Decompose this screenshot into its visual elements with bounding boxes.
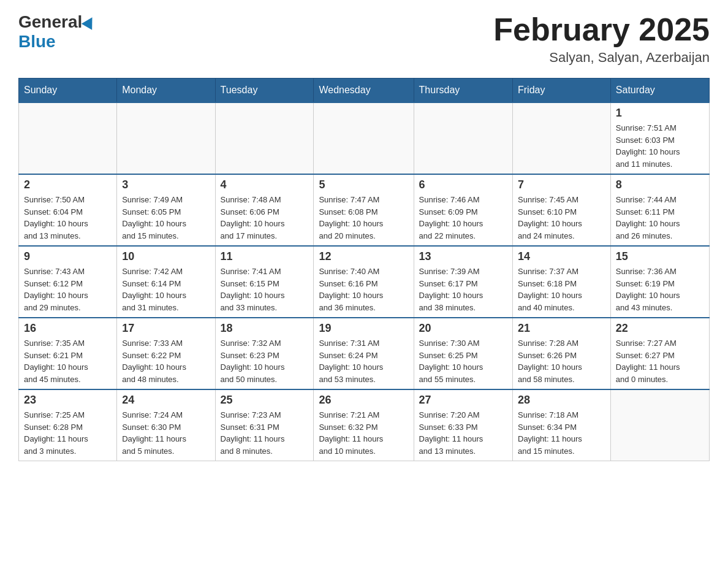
calendar-cell <box>314 102 414 174</box>
calendar-week-row: 1Sunrise: 7:51 AMSunset: 6:03 PMDaylight… <box>19 102 710 174</box>
day-number: 27 <box>419 394 507 407</box>
day-number: 4 <box>221 178 309 191</box>
calendar-cell: 5Sunrise: 7:47 AMSunset: 6:08 PMDaylight… <box>314 174 414 246</box>
calendar-cell <box>513 102 611 174</box>
day-number: 9 <box>24 250 112 263</box>
calendar-cell: 16Sunrise: 7:35 AMSunset: 6:21 PMDayligh… <box>19 318 117 389</box>
day-number: 5 <box>319 178 408 191</box>
weekday-header-sunday: Sunday <box>19 79 117 103</box>
calendar-cell <box>215 102 314 174</box>
calendar-cell <box>117 102 215 174</box>
day-info: Sunrise: 7:45 AMSunset: 6:10 PMDaylight:… <box>518 194 605 242</box>
calendar-table: SundayMondayTuesdayWednesdayThursdayFrid… <box>18 78 710 461</box>
calendar-cell: 4Sunrise: 7:48 AMSunset: 6:06 PMDaylight… <box>215 174 314 246</box>
calendar-cell: 11Sunrise: 7:41 AMSunset: 6:15 PMDayligh… <box>215 246 314 318</box>
calendar-cell: 27Sunrise: 7:20 AMSunset: 6:33 PMDayligh… <box>414 389 512 461</box>
calendar-cell: 26Sunrise: 7:21 AMSunset: 6:32 PMDayligh… <box>314 389 414 461</box>
day-number: 6 <box>419 178 507 191</box>
calendar-cell: 17Sunrise: 7:33 AMSunset: 6:22 PMDayligh… <box>117 318 215 389</box>
day-number: 7 <box>518 178 605 191</box>
day-info: Sunrise: 7:33 AMSunset: 6:22 PMDaylight:… <box>122 337 210 385</box>
calendar-cell: 19Sunrise: 7:31 AMSunset: 6:24 PMDayligh… <box>314 318 414 389</box>
calendar-cell: 18Sunrise: 7:32 AMSunset: 6:23 PMDayligh… <box>215 318 314 389</box>
calendar-cell: 6Sunrise: 7:46 AMSunset: 6:09 PMDaylight… <box>414 174 512 246</box>
day-info: Sunrise: 7:27 AMSunset: 6:27 PMDaylight:… <box>616 337 704 385</box>
calendar-cell: 25Sunrise: 7:23 AMSunset: 6:31 PMDayligh… <box>215 389 314 461</box>
day-info: Sunrise: 7:21 AMSunset: 6:32 PMDaylight:… <box>319 409 408 457</box>
day-info: Sunrise: 7:47 AMSunset: 6:08 PMDaylight:… <box>319 194 408 242</box>
weekday-header-monday: Monday <box>117 79 215 103</box>
day-info: Sunrise: 7:28 AMSunset: 6:26 PMDaylight:… <box>518 337 605 385</box>
day-number: 18 <box>221 322 309 335</box>
calendar-cell: 1Sunrise: 7:51 AMSunset: 6:03 PMDaylight… <box>610 102 709 174</box>
calendar-week-row: 23Sunrise: 7:25 AMSunset: 6:28 PMDayligh… <box>19 389 710 461</box>
calendar-week-row: 16Sunrise: 7:35 AMSunset: 6:21 PMDayligh… <box>19 318 710 389</box>
calendar-cell: 24Sunrise: 7:24 AMSunset: 6:30 PMDayligh… <box>117 389 215 461</box>
weekday-header-friday: Friday <box>513 79 611 103</box>
logo-blue-text: Blue <box>18 32 56 51</box>
day-info: Sunrise: 7:40 AMSunset: 6:16 PMDaylight:… <box>319 266 408 313</box>
day-number: 11 <box>221 250 309 263</box>
day-number: 1 <box>616 107 704 120</box>
day-info: Sunrise: 7:31 AMSunset: 6:24 PMDaylight:… <box>319 337 408 385</box>
day-info: Sunrise: 7:48 AMSunset: 6:06 PMDaylight:… <box>221 194 309 242</box>
day-number: 22 <box>616 322 704 335</box>
weekday-header-wednesday: Wednesday <box>314 79 414 103</box>
page-header: General Blue February 2025 Salyan, Salya… <box>18 12 710 66</box>
day-info: Sunrise: 7:49 AMSunset: 6:05 PMDaylight:… <box>122 194 210 242</box>
calendar-cell: 14Sunrise: 7:37 AMSunset: 6:18 PMDayligh… <box>513 246 611 318</box>
day-info: Sunrise: 7:32 AMSunset: 6:23 PMDaylight:… <box>221 337 309 385</box>
day-info: Sunrise: 7:20 AMSunset: 6:33 PMDaylight:… <box>419 409 507 457</box>
day-info: Sunrise: 7:44 AMSunset: 6:11 PMDaylight:… <box>616 194 704 242</box>
weekday-header-row: SundayMondayTuesdayWednesdayThursdayFrid… <box>19 79 710 103</box>
day-info: Sunrise: 7:50 AMSunset: 6:04 PMDaylight:… <box>24 194 112 242</box>
location-text: Salyan, Salyan, Azerbaijan <box>493 50 710 66</box>
day-number: 2 <box>24 178 112 191</box>
calendar-week-row: 9Sunrise: 7:43 AMSunset: 6:12 PMDaylight… <box>19 246 710 318</box>
day-info: Sunrise: 7:25 AMSunset: 6:28 PMDaylight:… <box>24 409 112 457</box>
day-info: Sunrise: 7:41 AMSunset: 6:15 PMDaylight:… <box>221 266 309 313</box>
day-number: 19 <box>319 322 408 335</box>
weekday-header-thursday: Thursday <box>414 79 512 103</box>
logo-triangle-icon <box>82 14 97 30</box>
weekday-header-tuesday: Tuesday <box>215 79 314 103</box>
calendar-cell <box>610 389 709 461</box>
calendar-cell <box>19 102 117 174</box>
day-number: 12 <box>319 250 408 263</box>
calendar-cell: 10Sunrise: 7:42 AMSunset: 6:14 PMDayligh… <box>117 246 215 318</box>
calendar-week-row: 2Sunrise: 7:50 AMSunset: 6:04 PMDaylight… <box>19 174 710 246</box>
day-number: 3 <box>122 178 210 191</box>
calendar-cell: 15Sunrise: 7:36 AMSunset: 6:19 PMDayligh… <box>610 246 709 318</box>
day-number: 20 <box>419 322 507 335</box>
day-number: 25 <box>221 394 309 407</box>
calendar-cell: 22Sunrise: 7:27 AMSunset: 6:27 PMDayligh… <box>610 318 709 389</box>
day-number: 13 <box>419 250 507 263</box>
day-info: Sunrise: 7:35 AMSunset: 6:21 PMDaylight:… <box>24 337 112 385</box>
day-number: 24 <box>122 394 210 407</box>
title-section: February 2025 Salyan, Salyan, Azerbaijan <box>493 12 710 66</box>
logo-general-text: General <box>18 12 82 32</box>
day-info: Sunrise: 7:24 AMSunset: 6:30 PMDaylight:… <box>122 409 210 457</box>
calendar-cell: 13Sunrise: 7:39 AMSunset: 6:17 PMDayligh… <box>414 246 512 318</box>
day-number: 10 <box>122 250 210 263</box>
calendar-cell <box>414 102 512 174</box>
calendar-cell: 9Sunrise: 7:43 AMSunset: 6:12 PMDaylight… <box>19 246 117 318</box>
day-info: Sunrise: 7:43 AMSunset: 6:12 PMDaylight:… <box>24 266 112 313</box>
calendar-cell: 8Sunrise: 7:44 AMSunset: 6:11 PMDaylight… <box>610 174 709 246</box>
calendar-cell: 23Sunrise: 7:25 AMSunset: 6:28 PMDayligh… <box>19 389 117 461</box>
logo: General Blue <box>18 12 97 52</box>
calendar-cell: 21Sunrise: 7:28 AMSunset: 6:26 PMDayligh… <box>513 318 611 389</box>
day-number: 14 <box>518 250 605 263</box>
day-info: Sunrise: 7:30 AMSunset: 6:25 PMDaylight:… <box>419 337 507 385</box>
day-info: Sunrise: 7:18 AMSunset: 6:34 PMDaylight:… <box>518 409 605 457</box>
day-info: Sunrise: 7:39 AMSunset: 6:17 PMDaylight:… <box>419 266 507 313</box>
day-info: Sunrise: 7:46 AMSunset: 6:09 PMDaylight:… <box>419 194 507 242</box>
day-info: Sunrise: 7:37 AMSunset: 6:18 PMDaylight:… <box>518 266 605 313</box>
day-number: 17 <box>122 322 210 335</box>
calendar-cell: 28Sunrise: 7:18 AMSunset: 6:34 PMDayligh… <box>513 389 611 461</box>
day-info: Sunrise: 7:23 AMSunset: 6:31 PMDaylight:… <box>221 409 309 457</box>
day-info: Sunrise: 7:36 AMSunset: 6:19 PMDaylight:… <box>616 266 704 313</box>
day-number: 8 <box>616 178 704 191</box>
day-info: Sunrise: 7:51 AMSunset: 6:03 PMDaylight:… <box>616 122 704 170</box>
calendar-cell: 2Sunrise: 7:50 AMSunset: 6:04 PMDaylight… <box>19 174 117 246</box>
